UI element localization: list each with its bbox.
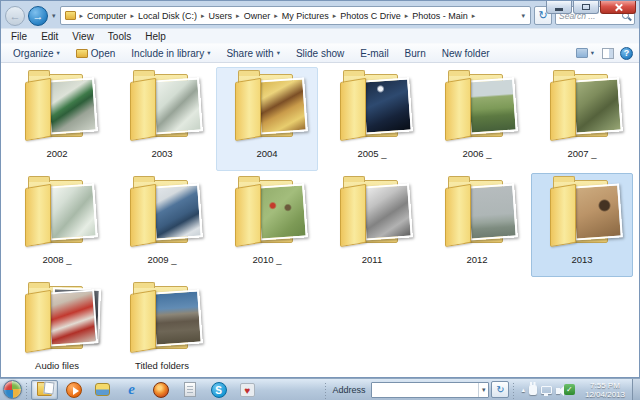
folder-icon-small bbox=[65, 11, 76, 20]
network-icon[interactable] bbox=[541, 386, 552, 394]
system-tray: ▴ bbox=[518, 384, 578, 395]
close-button[interactable] bbox=[600, 1, 636, 14]
open-folder-icon bbox=[76, 49, 88, 58]
folder-tile-2006-[interactable]: 2006 _ bbox=[426, 67, 528, 171]
folder-icon bbox=[122, 177, 202, 251]
breadcrumb-item-owner[interactable]: Owner ▸ bbox=[241, 11, 279, 21]
toolbar-button-label: Open bbox=[91, 48, 115, 59]
menu-item-help[interactable]: Help bbox=[138, 31, 173, 42]
folder-tile-2008-[interactable]: 2008 _ bbox=[6, 173, 108, 277]
breadcrumb-label: Owner bbox=[241, 11, 274, 21]
forward-button[interactable]: → bbox=[28, 6, 48, 26]
taskbar-apps bbox=[31, 380, 261, 400]
folder-label: Audio files bbox=[35, 360, 79, 371]
breadcrumb-label: My Pictures bbox=[279, 11, 332, 21]
history-dropdown-icon[interactable]: ▾ bbox=[51, 12, 57, 20]
folder-tile-2005-[interactable]: 2005 _ bbox=[321, 67, 423, 171]
folder-icon bbox=[227, 177, 307, 251]
power-icon[interactable] bbox=[529, 385, 537, 395]
folder-thumbnail bbox=[256, 183, 308, 240]
folder-label: 2009 _ bbox=[147, 254, 176, 265]
folder-tile-2003[interactable]: 2003 bbox=[111, 67, 213, 171]
address-dropdown-icon[interactable]: ▾ bbox=[518, 12, 528, 20]
slide-show-button[interactable]: Slide show ▾ bbox=[288, 46, 352, 61]
folder-front bbox=[25, 78, 51, 141]
folder-label: 2003 bbox=[151, 148, 172, 159]
toolbar-button-label: E-mail bbox=[360, 48, 388, 59]
include-in-library-button[interactable]: Include in library ▾ bbox=[123, 46, 218, 61]
breadcrumb-item-my-pictures[interactable]: My Pictures ▸ bbox=[279, 11, 338, 21]
taskbar-clock[interactable]: 7:55 PM 12/04/2013 bbox=[580, 381, 630, 399]
folder-icon bbox=[227, 71, 307, 145]
folder-tile-2002[interactable]: 2002 bbox=[6, 67, 108, 171]
menu-item-file[interactable]: File bbox=[4, 31, 34, 42]
help-button[interactable]: ? bbox=[620, 47, 633, 60]
open-button[interactable]: Open ▾ bbox=[68, 46, 123, 61]
address-bar[interactable]: ▸ Computer ▸ Local Disk (C:) ▸ Users ▸ O… bbox=[60, 6, 531, 25]
e-mail-button[interactable]: E-mail ▾ bbox=[352, 46, 396, 61]
burn-button[interactable]: Burn ▾ bbox=[397, 46, 434, 61]
folder-tile-audio-files[interactable]: Audio files bbox=[6, 279, 108, 377]
folder-front bbox=[130, 78, 156, 141]
breadcrumb-item-computer[interactable]: Computer ▸ bbox=[84, 11, 135, 21]
folder-tile-2004[interactable]: 2004 bbox=[216, 67, 318, 171]
folder-icon bbox=[122, 283, 202, 357]
security-icon[interactable] bbox=[564, 384, 575, 395]
folder-icon bbox=[437, 71, 517, 145]
folder-tile-2009-[interactable]: 2009 _ bbox=[111, 173, 213, 277]
folder-label: 2013 bbox=[571, 254, 592, 265]
folder-thumbnail bbox=[151, 289, 203, 346]
menu-item-tools[interactable]: Tools bbox=[101, 31, 138, 42]
share-with-button[interactable]: Share with ▾ bbox=[218, 46, 288, 61]
preview-pane-button[interactable] bbox=[602, 48, 614, 59]
address-go-button[interactable]: ↻ bbox=[491, 381, 509, 398]
back-button[interactable]: ← bbox=[5, 6, 25, 26]
chevron-down-icon: ▾ bbox=[207, 49, 210, 57]
taskbar-windows-explorer[interactable] bbox=[31, 380, 58, 400]
explorer-window: ← → ▾ ▸ Computer ▸ Local Disk (C:) ▸ Use… bbox=[0, 0, 640, 378]
folder-front bbox=[550, 78, 576, 141]
minimize-button[interactable] bbox=[546, 1, 572, 14]
folder-icon bbox=[17, 283, 97, 357]
menu-bar: FileEditViewToolsHelp bbox=[1, 28, 639, 43]
taskbar-skype[interactable] bbox=[205, 380, 232, 400]
start-button[interactable] bbox=[3, 380, 22, 399]
folder-thumbnail bbox=[46, 289, 98, 346]
address-toolbar-input[interactable] bbox=[372, 385, 477, 395]
taskbar-media-app[interactable] bbox=[234, 380, 261, 400]
breadcrumb-item-photos-c-drive[interactable]: Photos C Drive ▸ bbox=[337, 11, 409, 21]
new-folder-button[interactable]: New folder ▾ bbox=[434, 46, 498, 61]
volume-icon[interactable] bbox=[556, 388, 560, 394]
folder-tile-2010-[interactable]: 2010 _ bbox=[216, 173, 318, 277]
taskbar-media-player[interactable] bbox=[60, 380, 87, 400]
folder-front bbox=[445, 184, 471, 247]
taskbar-internet-explorer[interactable] bbox=[118, 380, 145, 400]
show-desktop-button[interactable] bbox=[632, 379, 640, 400]
folder-tile-2012[interactable]: 2012 bbox=[426, 173, 528, 277]
folder-tile-titled-folders[interactable]: Titled folders bbox=[111, 279, 213, 377]
folder-tile-2013[interactable]: 2013 bbox=[531, 173, 633, 277]
taskbar-firefox[interactable] bbox=[147, 380, 174, 400]
organize-button[interactable]: Organize ▾ bbox=[5, 46, 68, 61]
folder-label: 2010 _ bbox=[252, 254, 281, 265]
change-view-button[interactable]: ▾ bbox=[574, 46, 596, 60]
menu-item-view[interactable]: View bbox=[65, 31, 101, 42]
folder-tile-2007-[interactable]: 2007 _ bbox=[531, 67, 633, 171]
folder-thumbnail bbox=[571, 77, 623, 134]
clock-time: 7:55 PM bbox=[585, 381, 625, 390]
photo-viewer-icon bbox=[95, 383, 110, 396]
window-caption-buttons bbox=[545, 1, 636, 14]
folder-tile-2011[interactable]: 2011 bbox=[321, 173, 423, 277]
address-toolbar-dropdown-icon[interactable]: ▾ bbox=[478, 383, 489, 397]
breadcrumb-label: Photos - Main bbox=[409, 11, 471, 21]
menu-item-edit[interactable]: Edit bbox=[34, 31, 65, 42]
breadcrumb-item-local-disk-c-[interactable]: Local Disk (C:) ▸ bbox=[135, 11, 206, 21]
folder-icon bbox=[332, 177, 412, 251]
taskbar-notes[interactable] bbox=[176, 380, 203, 400]
folder-thumbnail bbox=[256, 77, 308, 134]
taskbar-photo-viewer[interactable] bbox=[89, 380, 116, 400]
breadcrumb-item-users[interactable]: Users ▸ bbox=[206, 11, 241, 21]
maximize-button[interactable] bbox=[573, 1, 599, 14]
breadcrumb-item-photos-main[interactable]: Photos - Main ▸ bbox=[409, 11, 476, 21]
show-hidden-icons-button[interactable]: ▴ bbox=[521, 386, 525, 394]
